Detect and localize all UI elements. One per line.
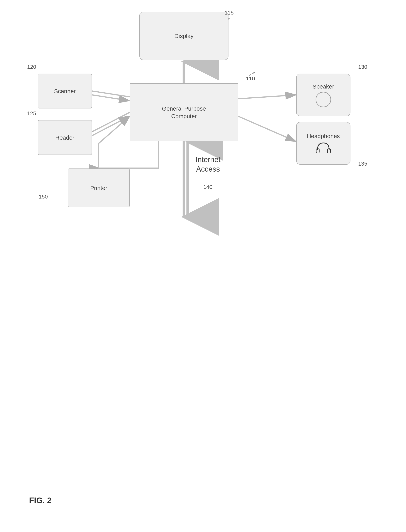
svg-line-8 xyxy=(92,95,129,101)
headphones-icon xyxy=(315,141,332,154)
ref-125: 125 xyxy=(27,110,36,117)
headphones-label: Headphones xyxy=(307,132,340,140)
svg-line-7 xyxy=(92,91,130,97)
fig-label: FIG. 2 xyxy=(29,496,52,505)
headphones-content: Headphones xyxy=(307,132,340,154)
ref-150: 150 xyxy=(39,194,48,200)
ref-120: 120 xyxy=(27,64,36,70)
printer-label: Printer xyxy=(90,184,107,192)
display-label: Display xyxy=(174,32,193,40)
speaker-content: Speaker xyxy=(312,83,334,107)
scanner-box: Scanner xyxy=(38,73,92,109)
reader-label: Reader xyxy=(55,134,74,141)
ref-115: 115 xyxy=(225,10,234,16)
svg-line-18 xyxy=(238,116,296,141)
svg-line-9 xyxy=(92,112,130,132)
svg-line-10 xyxy=(92,116,129,136)
ref-110: 110 xyxy=(246,75,255,82)
computer-box: General Purpose Computer xyxy=(130,83,238,141)
display-box: Display xyxy=(139,12,228,60)
ref-135: 135 xyxy=(358,161,367,167)
speaker-icon xyxy=(316,92,331,107)
diagram: Display 115 Scanner 120 Reader 125 Gener… xyxy=(0,0,406,532)
svg-line-14 xyxy=(99,116,130,143)
speaker-label: Speaker xyxy=(312,83,334,90)
ref-140: 140 xyxy=(203,184,212,190)
computer-label: General Purpose Computer xyxy=(162,105,206,120)
svg-line-17 xyxy=(238,95,296,99)
reader-box: Reader xyxy=(38,120,92,155)
printer-box: Printer xyxy=(68,168,130,207)
speaker-box: Speaker xyxy=(296,73,350,116)
internet-access-label: Internet Access xyxy=(196,155,221,174)
ref-130: 130 xyxy=(358,64,367,70)
scanner-label: Scanner xyxy=(54,87,76,95)
headphones-box: Headphones xyxy=(296,122,350,165)
